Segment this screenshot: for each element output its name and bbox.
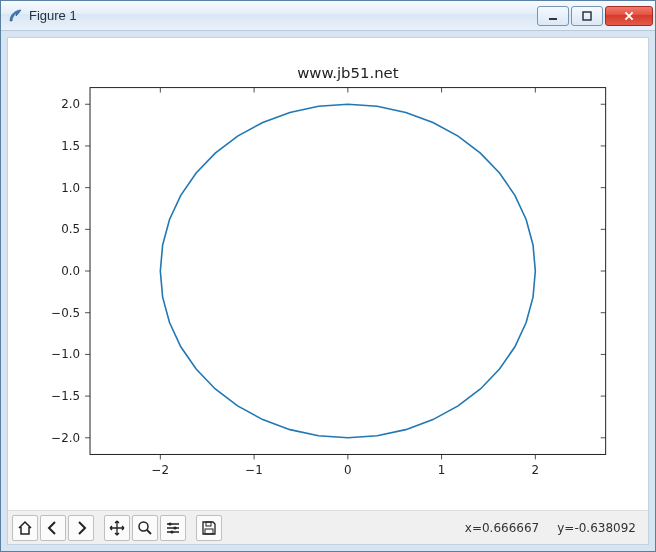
coord-x: x=0.666667 [465,521,539,535]
sliders-icon [165,520,181,536]
maximize-button[interactable] [571,6,603,26]
svg-rect-1 [583,12,591,20]
back-button[interactable] [40,515,66,541]
nav-toolbar: x=0.666667 y=-0.638092 [8,510,648,544]
svg-text:−1: −1 [245,463,263,477]
coord-y: y=-0.638092 [557,521,636,535]
configure-button[interactable] [160,515,186,541]
save-icon [201,520,217,536]
home-icon [17,520,33,536]
axes-frame [90,88,606,455]
svg-text:−1.0: −1.0 [51,347,80,361]
pan-button[interactable] [104,515,130,541]
data-series-circle [160,104,535,438]
close-button[interactable] [605,6,653,26]
forward-button[interactable] [68,515,94,541]
chart-svg: www.jb51.net −2−1012 −2.0−1.5−1.0−0.50.0… [8,38,648,510]
svg-text:1.0: 1.0 [61,181,80,195]
svg-point-46 [173,526,176,529]
svg-text:−1.5: −1.5 [51,389,80,403]
arrow-right-icon [73,520,89,536]
figure-canvas: www.jb51.net −2−1012 −2.0−1.5−1.0−0.50.0… [7,37,649,545]
svg-text:−2: −2 [152,463,170,477]
app-feather-icon [7,8,23,24]
move-icon [109,520,125,536]
app-window: Figure 1 www.jb51.net −2−1012 −2.0−1.5−1… [0,0,656,552]
svg-point-44 [139,522,148,531]
home-button[interactable] [12,515,38,541]
window-controls [535,6,653,26]
svg-text:−0.5: −0.5 [51,306,80,320]
svg-text:0: 0 [344,463,352,477]
coord-readout: x=0.666667 y=-0.638092 [465,521,644,535]
magnify-icon [137,520,153,536]
svg-rect-49 [205,529,213,534]
svg-point-47 [170,530,173,533]
x-axis: −2−1012 [152,88,540,478]
save-button[interactable] [196,515,222,541]
titlebar[interactable]: Figure 1 [1,1,655,31]
svg-text:−2.0: −2.0 [51,431,80,445]
svg-rect-0 [549,18,557,20]
svg-text:0.5: 0.5 [61,222,80,236]
svg-text:0.0: 0.0 [61,264,80,278]
svg-text:1: 1 [438,463,446,477]
svg-text:2.0: 2.0 [61,97,80,111]
svg-text:1.5: 1.5 [61,139,80,153]
plot-area[interactable]: www.jb51.net −2−1012 −2.0−1.5−1.0−0.50.0… [8,38,648,510]
arrow-left-icon [45,520,61,536]
y-axis: −2.0−1.5−1.0−0.50.00.51.01.52.0 [51,97,605,445]
window-title: Figure 1 [29,8,77,23]
svg-text:2: 2 [532,463,540,477]
zoom-button[interactable] [132,515,158,541]
svg-point-45 [168,522,171,525]
chart-title: www.jb51.net [297,64,399,82]
minimize-button[interactable] [537,6,569,26]
